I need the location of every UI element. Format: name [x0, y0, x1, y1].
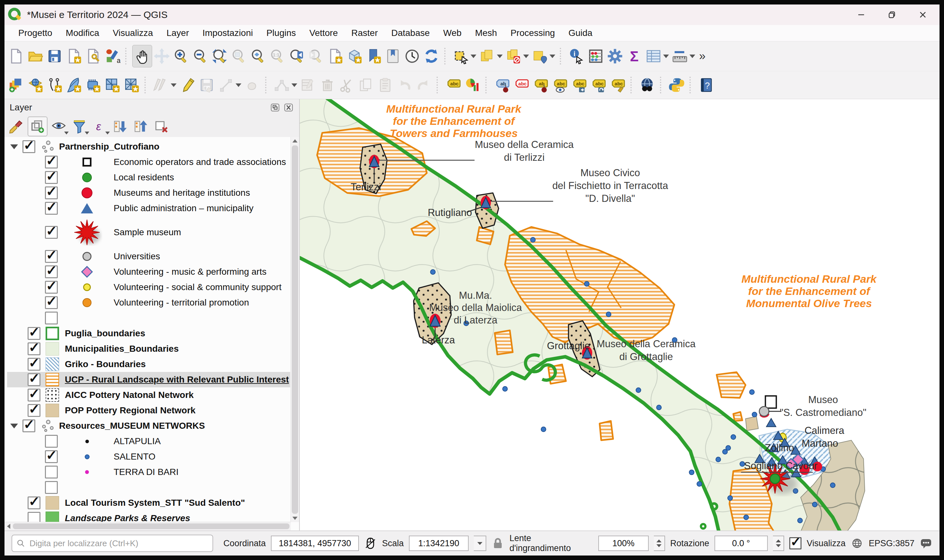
layer-label[interactable]: Universities: [114, 251, 160, 262]
layer-visibility-checkbox[interactable]: [45, 265, 58, 278]
legend-row[interactable]: Volunteering - social & community suppor…: [7, 280, 290, 295]
layer-visibility-checkbox[interactable]: [28, 373, 40, 386]
open-layer-styling-icon[interactable]: [7, 117, 26, 136]
restore-button[interactable]: [876, 5, 907, 25]
layer-visibility-checkbox[interactable]: [28, 358, 40, 371]
select-by-value-icon[interactable]: [477, 45, 497, 67]
menu-progetto[interactable]: Progetto: [12, 25, 59, 41]
dropdown-arrow[interactable]: [663, 55, 669, 58]
messages-icon[interactable]: [919, 537, 932, 550]
dropdown-arrow[interactable]: [523, 55, 529, 58]
style-manager-icon[interactable]: a: [103, 45, 122, 67]
add-group-icon[interactable]: [28, 117, 48, 136]
menu-web[interactable]: Web: [437, 25, 468, 41]
mouse-position-icon[interactable]: [364, 537, 377, 550]
legend-row[interactable]: Local residents: [7, 170, 290, 185]
save-project-icon[interactable]: [45, 45, 64, 67]
layer-visibility-checkbox[interactable]: [45, 435, 58, 448]
toolbar-overflow-icon[interactable]: »: [699, 49, 705, 63]
toggle-editing-icon[interactable]: [178, 74, 197, 96]
layout-manager-icon[interactable]: [83, 45, 103, 67]
legend-row[interactable]: TERRA DI BARI: [7, 465, 290, 480]
layer-visibility-checkbox[interactable]: [45, 155, 58, 168]
scroll-left-arrow[interactable]: [5, 524, 13, 529]
metasearch-icon[interactable]: [638, 74, 657, 96]
legend-row[interactable]: Volunteering - music & performing arts: [7, 264, 290, 280]
map-canvas[interactable]: Multifunctional Rural Park for the Enhan…: [300, 99, 939, 531]
layer-label[interactable]: AICC Pottery Natonal Network: [65, 390, 194, 400]
layer-label[interactable]: SALENTO: [114, 452, 156, 462]
layers-vertical-scrollbar[interactable]: [291, 137, 299, 522]
layer-row[interactable]: POP Pottery Regional Network: [7, 403, 290, 418]
layer-label[interactable]: Museums and heritage institutions: [114, 188, 250, 198]
layer-group-row[interactable]: Resources_MUSEUM NETWORKS: [7, 418, 290, 434]
layer-label[interactable]: Griko - Boundaries: [65, 359, 146, 369]
layers-horizontal-scrollbar[interactable]: [5, 522, 291, 531]
layer-visibility-checkbox[interactable]: [23, 420, 35, 432]
layer-label[interactable]: Public administration – municipality: [114, 203, 254, 214]
new-spatial-bookmark-icon[interactable]: [364, 45, 383, 67]
layer-label[interactable]: Partnership_Cutrofiano: [59, 142, 160, 152]
manage-map-themes-icon[interactable]: [49, 117, 68, 136]
scroll-down-arrow[interactable]: [291, 514, 299, 522]
layer-visibility-checkbox[interactable]: [28, 389, 40, 402]
pin-labels-icon[interactable]: ab: [492, 74, 512, 96]
layer-visibility-checkbox[interactable]: [28, 342, 40, 355]
magnifier-input[interactable]: [599, 538, 648, 549]
show-bookmarks-icon[interactable]: [383, 45, 402, 67]
move-label-icon[interactable]: abc: [570, 74, 589, 96]
rotation-box[interactable]: [715, 535, 768, 551]
layer-label[interactable]: UCP - Rural Landscape with Relevant Publ…: [65, 374, 289, 385]
new-3d-map-view-icon[interactable]: [345, 45, 364, 67]
layer-visibility-checkbox[interactable]: [45, 186, 58, 199]
dropdown-arrow[interactable]: [690, 55, 695, 58]
menu-processing[interactable]: Processing: [504, 25, 562, 41]
rotate-label-icon[interactable]: abc: [589, 74, 608, 96]
deselect-features-icon[interactable]: [504, 45, 523, 67]
menu-plugins[interactable]: Plugins: [260, 25, 303, 41]
add-raster-layer-icon[interactable]: [103, 74, 122, 96]
dock-float-button[interactable]: [269, 103, 280, 112]
layer-visibility-checkbox[interactable]: [45, 202, 58, 215]
layer-row[interactable]: Griko - Boundaries: [7, 357, 290, 372]
layer-row[interactable]: Puglia_boundaries: [7, 326, 290, 341]
add-delimited-text-layer-icon[interactable]: [45, 74, 64, 96]
layer-label[interactable]: Local residents: [114, 172, 174, 183]
layer-label[interactable]: Volunteering - social & community suppor…: [114, 282, 282, 292]
coordinate-box[interactable]: [271, 535, 359, 551]
menu-mesh[interactable]: Mesh: [468, 25, 504, 41]
attribute-table-icon[interactable]: [644, 45, 663, 67]
dock-close-button[interactable]: [283, 103, 294, 112]
legend-row[interactable]: Public administration – municipality: [7, 201, 290, 216]
layer-row[interactable]: UCP - Rural Landscape with Relevant Publ…: [7, 372, 290, 387]
layer-visibility-checkbox[interactable]: [45, 250, 58, 263]
crs-status[interactable]: EPSG:3857: [869, 538, 915, 548]
lock-scale-icon[interactable]: [491, 537, 504, 550]
temporal-controller-icon[interactable]: [402, 45, 422, 67]
add-mesh-layer-icon[interactable]: [122, 74, 141, 96]
pin-unpin-labels-icon[interactable]: ab: [531, 74, 550, 96]
remove-layer-icon[interactable]: [152, 117, 171, 136]
new-project-icon[interactable]: [6, 45, 26, 67]
rotation-input[interactable]: [715, 538, 767, 549]
layer-label[interactable]: Sample museum: [114, 227, 181, 237]
refresh-map-icon[interactable]: [422, 45, 441, 67]
crs-globe-icon[interactable]: [851, 537, 864, 550]
legend-row[interactable]: [7, 310, 290, 326]
close-button[interactable]: [907, 5, 938, 25]
dropdown-arrow[interactable]: [497, 55, 503, 58]
menu-vettore[interactable]: Vettore: [303, 25, 345, 41]
measure-icon[interactable]: [670, 45, 690, 67]
legend-row[interactable]: Volunteering - territorial promotion: [7, 295, 290, 310]
magnifier-box[interactable]: [598, 535, 649, 551]
filter-legend-icon[interactable]: [70, 117, 89, 136]
select-features-icon[interactable]: [451, 45, 471, 67]
dropdown-arrow[interactable]: [171, 83, 177, 87]
layer-group-row[interactable]: Partnership_Cutrofiano: [7, 139, 290, 154]
legend-row[interactable]: ALTAPULIA: [7, 434, 290, 449]
menu-impostazioni[interactable]: Impostazioni: [196, 25, 260, 41]
menu-layer[interactable]: Layer: [160, 25, 196, 41]
python-console-icon[interactable]: [667, 74, 686, 96]
show-sum-statistics-icon[interactable]: Σ: [625, 45, 644, 67]
layer-visibility-checkbox[interactable]: [28, 327, 40, 340]
